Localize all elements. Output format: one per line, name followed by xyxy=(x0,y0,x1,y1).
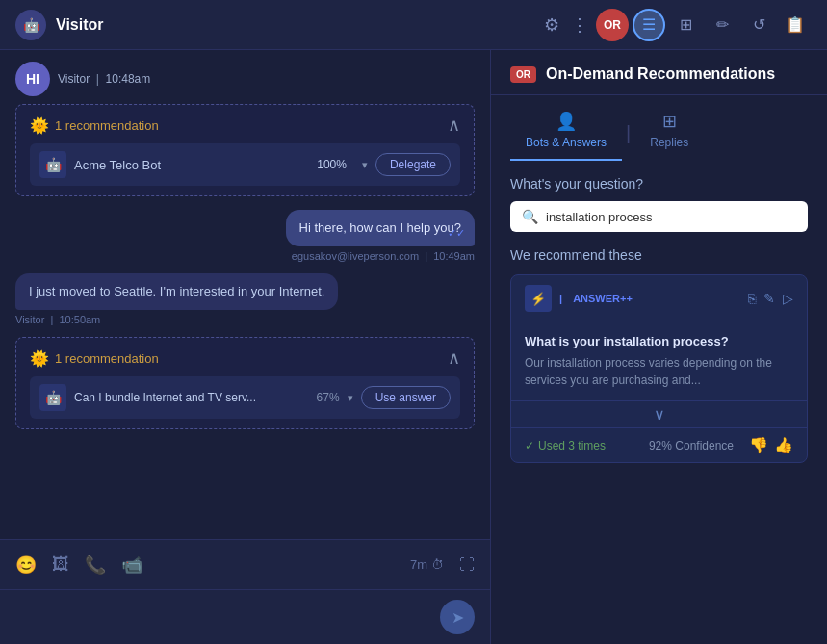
panel-content: What's your question? 🔍 We recommend the… xyxy=(491,161,827,644)
sun-icon: 🌞 xyxy=(30,116,49,135)
search-icon: 🔍 xyxy=(522,209,538,224)
header-left: 🤖 Visitor xyxy=(15,10,544,40)
rec-header-1: 🌞 1 recommendation ∧ xyxy=(30,115,460,136)
delegate-button[interactable]: Delegate xyxy=(375,153,451,176)
use-answer-button[interactable]: Use answer xyxy=(361,386,451,409)
right-panel: OR On-Demand Recommendations 👤 Bots & An… xyxy=(491,50,827,644)
used-times: ✓ Used 3 times xyxy=(525,439,606,452)
nav-icon-list[interactable]: ☰ xyxy=(633,9,665,41)
replies-tab-icon: ⊞ xyxy=(662,111,677,132)
tab-replies[interactable]: ⊞ Replies xyxy=(634,105,704,161)
expand-icon[interactable]: ⛶ xyxy=(459,556,475,574)
bots-tab-icon: 👤 xyxy=(556,111,577,132)
answer-plus-badge: | xyxy=(559,293,565,304)
expand-answer[interactable]: ∨ xyxy=(511,400,807,427)
recommendation-box-2: 🌞 1 recommendation ∧ 🤖 Can I bundle Inte… xyxy=(15,337,475,429)
emoji-icon[interactable]: 😊 xyxy=(15,554,37,576)
chat-panel: HI Visitor | 10:48am 🌞 1 recommendation … xyxy=(0,50,491,644)
nav-icon-edit[interactable]: ✏ xyxy=(706,9,738,41)
checkmarks: ✓✓ xyxy=(448,226,465,241)
rec-title-2: 🌞 1 recommendation xyxy=(30,349,159,368)
dropdown-icon: ▾ xyxy=(362,159,368,171)
answer-footer: ✓ Used 3 times 92% Confidence 👎 👍 xyxy=(511,427,807,462)
chat-messages: HI Visitor | 10:48am 🌞 1 recommendation … xyxy=(0,50,490,539)
gear-icon[interactable]: ⚙ xyxy=(544,14,559,36)
visitor-icon: 🤖 xyxy=(15,10,46,40)
chat-toolbar: 😊 🖼 📞 📹 7m ⏱ ⛶ xyxy=(0,539,490,589)
rec-percent-1: 100% xyxy=(317,158,347,171)
tab-divider: | xyxy=(622,122,634,144)
edit-answer-icon[interactable]: ✎ xyxy=(763,291,775,306)
bot-icon: 🤖 xyxy=(39,151,66,178)
nav-icon-clipboard[interactable]: 📋 xyxy=(779,9,812,41)
answer-card-body: What is your installation process? Our i… xyxy=(511,322,807,400)
agent-meta: egusakov@liveperson.com | 10:49am xyxy=(292,250,475,262)
rec-title-1: 🌞 1 recommendation xyxy=(30,116,159,135)
copy-icon[interactable]: ⎘ xyxy=(748,291,756,306)
nav-icon-history[interactable]: ↺ xyxy=(742,9,775,41)
answer-header-icons: ⎘ ✎ ▷ xyxy=(748,291,793,306)
dropdown-icon-2: ▾ xyxy=(348,392,353,404)
thumb-icons: 👎 👍 xyxy=(749,436,793,454)
phone-icon[interactable]: 📞 xyxy=(85,554,106,576)
visitor-message: I just moved to Seattle. I'm interested … xyxy=(15,273,475,325)
send-button[interactable]: ➤ xyxy=(440,600,475,634)
answer-badge-label: ANSWER++ xyxy=(573,293,633,304)
answer-text-body: Our installation process varies dependin… xyxy=(525,354,793,389)
agent-message: Hi there, how can I help you? ✓✓ egusako… xyxy=(15,210,475,262)
page-title: Visitor xyxy=(56,16,104,34)
answer-card-icon: ⚡ xyxy=(525,285,552,312)
question-label: What's your question? xyxy=(510,176,808,192)
rec-item-1: 🤖 Acme Telco Bot 100% ▾ Delegate xyxy=(30,143,460,186)
timer: 7m ⏱ xyxy=(410,557,444,572)
send-answer-icon[interactable]: ▷ xyxy=(783,291,793,306)
rec-item-answer: 🤖 Can I bundle Internet and TV serv... 6… xyxy=(30,376,460,419)
visitor-bubble: I just moved to Seattle. I'm interested … xyxy=(15,273,338,310)
chevron-down-icon: ∨ xyxy=(654,405,665,424)
clock-icon: ⏱ xyxy=(431,557,444,572)
check-icon: ✓ xyxy=(525,439,534,452)
more-icon[interactable]: ⋮ xyxy=(571,14,588,36)
nav-icon-grid[interactable]: ⊞ xyxy=(669,9,702,41)
collapse-icon-2[interactable]: ∧ xyxy=(448,348,460,369)
panel-title: On-Demand Recommendations xyxy=(546,65,775,83)
answer-question: What is your installation process? xyxy=(525,334,793,348)
answer-text: Can I bundle Internet and TV serv... xyxy=(74,391,309,404)
recommend-label: We recommend these xyxy=(510,247,808,263)
visitor-info-row: HI Visitor | 10:48am xyxy=(15,62,475,96)
chat-input-area: ➤ xyxy=(0,589,490,644)
thumbup-icon[interactable]: 👍 xyxy=(774,436,793,454)
agent-bubble: Hi there, how can I help you? ✓✓ xyxy=(286,210,475,246)
recommendation-box-1: 🌞 1 recommendation ∧ 🤖 Acme Telco Bot 10… xyxy=(15,104,475,196)
bot-name: Acme Telco Bot xyxy=(74,158,309,172)
main-layout: HI Visitor | 10:48am 🌞 1 recommendation … xyxy=(0,50,827,644)
sun-icon-2: 🌞 xyxy=(30,349,49,368)
header: 🤖 Visitor ⚙ ⋮ OR ☰ ⊞ ✏ ↺ 📋 xyxy=(0,0,827,50)
confidence: 92% Confidence xyxy=(649,439,734,452)
avatar[interactable]: OR xyxy=(596,9,629,41)
image-icon[interactable]: 🖼 xyxy=(52,554,69,575)
search-box: 🔍 xyxy=(510,201,808,232)
answer-card-header: ⚡ | ANSWER++ ⎘ ✎ ▷ xyxy=(511,275,807,322)
visitor-msg-meta: Visitor | 10:50am xyxy=(15,314,475,325)
visitor-avatar: HI xyxy=(15,62,50,96)
collapse-icon-1[interactable]: ∧ xyxy=(448,115,460,136)
header-icons: ⚙ ⋮ xyxy=(544,14,588,36)
tab-bots-answers[interactable]: 👤 Bots & Answers xyxy=(510,105,622,161)
rec-percent-2: 67% xyxy=(317,391,340,404)
rec-header-2: 🌞 1 recommendation ∧ xyxy=(30,348,460,369)
search-input[interactable] xyxy=(546,210,796,224)
video-icon[interactable]: 📹 xyxy=(121,554,142,576)
panel-badge: OR xyxy=(510,66,536,83)
panel-header: OR On-Demand Recommendations xyxy=(491,50,827,95)
answer-icon: 🤖 xyxy=(39,384,66,411)
visitor-meta: Visitor | 10:48am xyxy=(58,72,150,86)
top-nav: OR ☰ ⊞ ✏ ↺ 📋 xyxy=(596,9,812,41)
panel-tabs: 👤 Bots & Answers | ⊞ Replies xyxy=(491,95,827,161)
answer-card: ⚡ | ANSWER++ ⎘ ✎ ▷ What is your installa… xyxy=(510,274,808,463)
thumbdown-icon[interactable]: 👎 xyxy=(749,436,768,454)
